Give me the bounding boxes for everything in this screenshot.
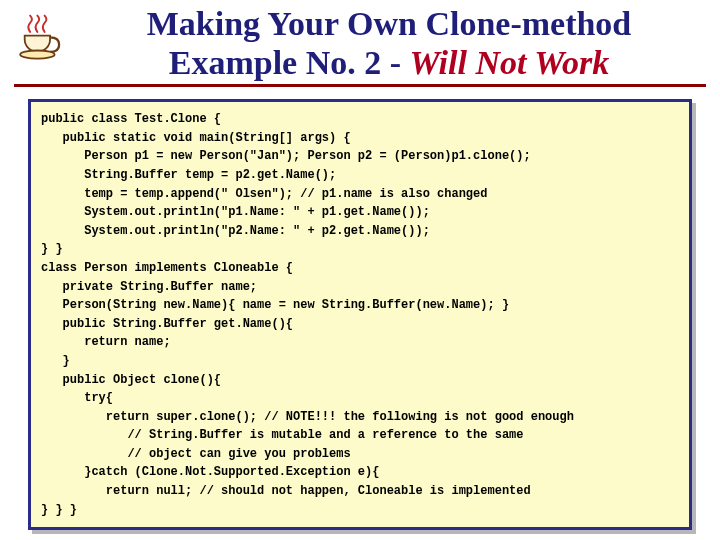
title-line-1: Making Your Own Clone-method [76,4,702,43]
svg-point-0 [20,51,54,59]
title-line-2-emph: Will Not Work [410,44,610,81]
code-listing: public class Test.Clone { public static … [41,110,679,519]
title-block: Making Your Own Clone-method Example No.… [76,4,702,82]
code-container: public class Test.Clone { public static … [28,99,692,530]
slide: Making Your Own Clone-method Example No.… [0,0,720,540]
coffee-cup-icon [10,10,72,72]
divider-wrap [0,82,720,87]
header: Making Your Own Clone-method Example No.… [0,0,720,82]
title-line-2-prefix: Example No. 2 - [169,44,410,81]
code-box: public class Test.Clone { public static … [28,99,692,530]
divider [14,84,706,87]
title-line-2: Example No. 2 - Will Not Work [76,43,702,82]
